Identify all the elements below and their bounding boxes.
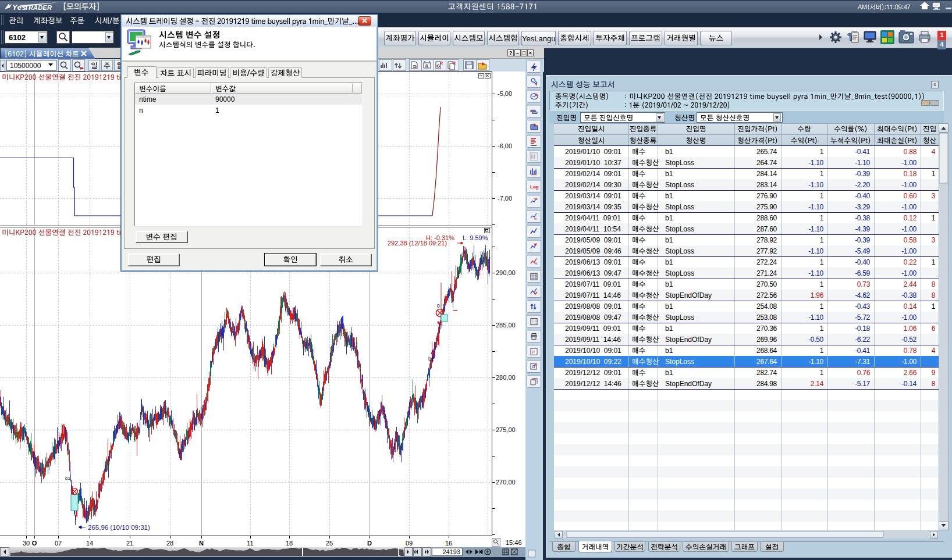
svg-text:R: R	[534, 378, 536, 381]
svg-text:0: 0	[437, 303, 440, 309]
svg-text:275,00: 275,00	[496, 426, 516, 433]
svg-text:R: R	[534, 363, 537, 367]
svg-text:290,00: 290,00	[496, 269, 516, 276]
svg-text:285,00: 285,00	[496, 322, 516, 329]
svg-text:R: R	[440, 61, 443, 65]
svg-text:-7,00: -7,00	[498, 195, 512, 202]
svg-text:30: 30	[23, 540, 30, 547]
svg-text:P: P	[532, 349, 535, 355]
svg-text:Log: Log	[530, 184, 539, 190]
svg-text:b1: b1	[65, 476, 70, 481]
svg-text:%: %	[534, 262, 538, 265]
svg-text:28: 28	[166, 540, 173, 547]
svg-text:b1: b1	[428, 356, 434, 362]
svg-text:L: 9.59%: L: 9.59%	[463, 234, 488, 241]
svg-text:07: 07	[55, 540, 62, 547]
svg-text:15:46: 15:46	[506, 539, 522, 546]
svg-text:25: 25	[326, 540, 333, 547]
svg-text:HL: HL	[534, 197, 538, 201]
svg-text:D: D	[413, 64, 417, 69]
svg-text:09: 09	[406, 540, 413, 547]
svg-text:O: O	[32, 540, 37, 547]
svg-text:14: 14	[86, 540, 93, 547]
svg-text:270,00: 270,00	[496, 479, 516, 486]
svg-text:%: %	[534, 217, 537, 220]
svg-text:R: R	[425, 64, 428, 68]
svg-text:-6,00: -6,00	[498, 142, 512, 149]
svg-text:18: 18	[286, 540, 293, 547]
svg-text:265,96 (10/10 09:31): 265,96 (10/10 09:31)	[88, 524, 150, 531]
svg-text:21: 21	[126, 540, 133, 547]
svg-text:-5,00: -5,00	[498, 90, 512, 97]
svg-text:24193: 24193	[442, 548, 460, 555]
svg-text:R: R	[453, 61, 456, 65]
svg-text:11: 11	[247, 540, 253, 547]
svg-text:292,38 (12/18 09:21): 292,38 (12/18 09:21)	[388, 240, 447, 247]
svg-text:N: N	[199, 540, 204, 547]
svg-text:16: 16	[445, 540, 452, 547]
svg-text:D: D	[367, 540, 372, 547]
svg-text:280,00: 280,00	[496, 374, 516, 381]
